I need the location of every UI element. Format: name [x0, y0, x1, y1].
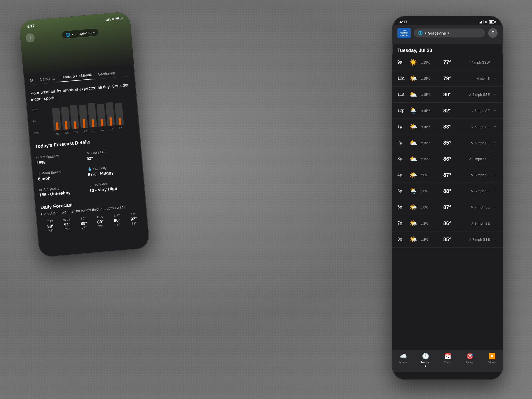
wind-3p: ↗ 6 mph SSE [454, 157, 490, 161]
right-phone: 4:17 ⌾ TheWeatherChannel 🌐 ▾ Grapevine ▾ [392, 16, 503, 380]
daily-col-2: T 25 89° 73° [75, 216, 93, 230]
daily-col-4: S 27 90° 74° [108, 213, 126, 227]
hourly-row-12p[interactable]: 12p 🌦️ ◇15% 82° ↘ 5 mph SE + [392, 103, 503, 119]
chart-label-poor: Poor [34, 131, 40, 135]
precip-6p: ◇0% [421, 205, 434, 209]
right-header: TheWeatherChannel 🌐 ▾ Grapevine ▾ T [392, 25, 503, 44]
hourly-row-7p[interactable]: 7p 🌤️ ◇2% 86° ↗ 8 mph SE + [392, 215, 503, 231]
tab-gardening[interactable]: Gardening [94, 68, 119, 79]
expand-3p[interactable]: + [492, 156, 498, 162]
nav-home[interactable]: ☁️ Home [392, 353, 414, 367]
radar-icon: 🎯 [466, 353, 473, 360]
precip-1p: ◇15% [421, 125, 434, 129]
right-location-label: Grapevine [428, 31, 446, 35]
expand-12p[interactable]: + [492, 108, 498, 113]
weather-icon-1p: 🌤️ [408, 122, 418, 131]
expand-10a[interactable]: + [492, 76, 498, 81]
hourly-row-5p[interactable]: 5p 🌦️ ◇0% 88° ↖ 5 mph SE + [392, 183, 503, 199]
bar-label-10a: 10a [64, 131, 69, 135]
precip-12p: ◇15% [421, 109, 434, 113]
expand-9a[interactable]: + [492, 60, 498, 65]
expand-2p[interactable]: + [492, 140, 498, 146]
precip-11a: ◇15% [421, 93, 434, 97]
video-icon: ▶️ [488, 353, 496, 360]
wind-1p: ↘ 5 mph SE [454, 125, 490, 129]
left-phone: 4:17 ⌾ ‹ 🌐 ▾ Grapevine ▾ ⚙ C [19, 11, 150, 258]
hourly-row-9a[interactable]: 9a ☀️ ◇15% 77° ↗ 4 mph SSW + [392, 54, 503, 70]
expand-1p[interactable]: + [492, 124, 498, 130]
daily-day-3: F 26 [92, 215, 108, 219]
hour-5p: 5p [397, 189, 406, 193]
left-status-icons: ⌾ [106, 16, 123, 22]
wind-6p: ↖ 7 mph SE [454, 205, 490, 209]
expand-5p[interactable]: + [492, 188, 498, 194]
tab-camping[interactable]: Camping [36, 74, 58, 84]
expand-4p[interactable]: + [492, 172, 498, 178]
hour-12p: 12p [397, 108, 406, 113]
humidity-icon: 💧 [87, 167, 92, 171]
daily-day-4: S 27 [108, 213, 125, 218]
wifi-icon: ⌾ [112, 17, 114, 21]
hourly-row-11a[interactable]: 11a ⛅ ◇15% 80° ↗ 5 mph SSE + [392, 87, 503, 103]
hourly-row-10a[interactable]: 10a 🌤️ ◇15% 79° ↑ 4 mph S + [392, 70, 503, 87]
hour-9a: 9a [397, 60, 406, 65]
wind-4p: ↖ 6 mph SE [454, 173, 490, 177]
hour-7p: 7p [397, 221, 406, 226]
user-avatar[interactable]: T [488, 28, 498, 38]
nav-radar[interactable]: 🎯 Radar [459, 353, 481, 367]
daily-icon: 📅 [444, 353, 451, 360]
bottom-nav: ☁️ Home 🕐 Hourly 📅 Daily 🎯 Radar ▶️ Vide… [392, 350, 503, 372]
temp-11a: 80° [436, 92, 451, 98]
nav-video[interactable]: ▶️ Video [481, 353, 503, 367]
daily-col-5: S 28 92° 77° [125, 212, 142, 226]
precip-4p: ◇0% [421, 173, 434, 177]
hour-2p: 2p [397, 140, 406, 145]
wind-7p: ↗ 8 mph SE [454, 221, 490, 225]
nav-daily[interactable]: 📅 Daily [436, 353, 459, 367]
nav-home-label: Home [399, 361, 407, 364]
chart-label-fair: Fair [33, 119, 39, 123]
bar-9a: 9a [52, 108, 62, 135]
hourly-row-1p[interactable]: 1p 🌤️ ◇15% 83° ↘ 5 mph SE + [392, 119, 503, 135]
expand-6p[interactable]: + [492, 205, 498, 210]
right-wifi-icon: ⌾ [485, 20, 487, 24]
weather-icon-3p: ⛅ [408, 154, 418, 164]
precip-5p: ◇0% [421, 189, 434, 193]
app-logo-row: TheWeatherChannel 🌐 ▾ Grapevine ▾ T [397, 25, 498, 41]
location-label: Grapevine [74, 30, 92, 36]
precip-10a: ◇15% [421, 77, 434, 80]
temp-6p: 87° [436, 204, 451, 210]
globe-icon: 🌐 [65, 32, 70, 37]
daily-col-1: W 24 92° 74° [58, 217, 76, 232]
expand-7p[interactable]: + [492, 221, 498, 226]
chevron-down-icon: ▾ [93, 31, 95, 34]
hourly-row-4p[interactable]: 4p 🌤️ ◇0% 87° ↖ 6 mph SE + [392, 167, 503, 183]
nav-hourly-label: Hourly [421, 361, 430, 364]
expand-8p[interactable]: + [492, 237, 498, 242]
location-arrow-icon: ▾ [72, 33, 73, 36]
hourly-row-6p[interactable]: 6p 🌤️ ◇0% 87° ↖ 7 mph SE + [392, 199, 503, 215]
signal-icon [106, 17, 111, 21]
hourly-row-2p[interactable]: 2p ⛅ ◇15% 85° ↖ 5 mph SE + [392, 135, 503, 151]
weather-icon-7p: 🌤️ [408, 218, 418, 228]
filter-icon[interactable]: ⚙ [29, 78, 33, 83]
daily-col-0: T 23 88° 72° [42, 219, 59, 233]
hourly-row-3p[interactable]: 3p ⛅ ◇15% 86° ↗ 6 mph SSE + [392, 151, 503, 167]
temp-icon: ⚙ [86, 151, 89, 155]
expand-11a[interactable]: + [492, 92, 498, 97]
air-icon: ◎ [39, 188, 42, 192]
temp-8p: 85° [436, 236, 451, 243]
temp-5p: 88° [436, 188, 451, 194]
weather-icon-9a: ☀️ [408, 58, 418, 67]
back-button[interactable]: ‹ [25, 33, 35, 43]
hourly-row-8p[interactable]: 8p 🌤️ ◇2% 85° ↗ 7 mph SSE + [392, 231, 503, 248]
right-location-selector[interactable]: 🌐 ▾ Grapevine ▾ [414, 28, 485, 37]
temp-12p: 82° [436, 108, 451, 114]
hourly-icon: 🕐 [422, 353, 429, 360]
bar-label-4p: 4p [119, 126, 122, 130]
nav-hourly[interactable]: 🕐 Hourly [414, 353, 436, 367]
right-battery-icon [489, 20, 496, 23]
weather-icon-12p: 🌦️ [408, 106, 418, 115]
logo-text: TheWeatherChannel [400, 29, 408, 36]
hour-4p: 4p [397, 173, 406, 177]
